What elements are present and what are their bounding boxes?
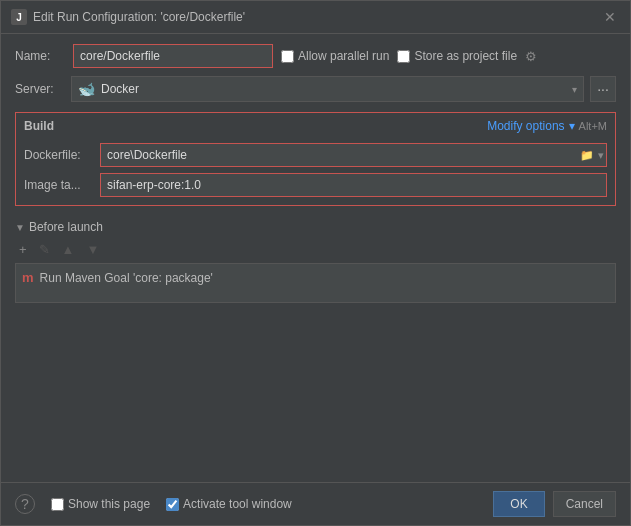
modify-options-shortcut: Alt+M: [579, 120, 607, 132]
help-button[interactable]: ?: [15, 494, 35, 514]
before-launch-label: Before launch: [29, 220, 103, 234]
modify-options-button[interactable]: Modify options ▾ Alt+M: [487, 119, 607, 133]
maven-task-label: Run Maven Goal 'core: package': [40, 271, 213, 285]
name-input[interactable]: [73, 44, 273, 68]
image-tag-label: Image ta...: [24, 178, 94, 192]
title-bar: J Edit Run Configuration: 'core/Dockerfi…: [1, 1, 630, 34]
server-dropdown-arrow: ▾: [572, 84, 577, 95]
image-tag-input[interactable]: [100, 173, 607, 197]
build-section: Build Modify options ▾ Alt+M Dockerfile:…: [15, 112, 616, 206]
cancel-button[interactable]: Cancel: [553, 491, 616, 517]
before-launch-header: ▼ Before launch: [15, 220, 616, 234]
activate-tool-checkbox[interactable]: [166, 498, 179, 511]
move-down-button[interactable]: ▼: [82, 240, 103, 259]
add-button[interactable]: +: [15, 240, 31, 259]
dockerfile-row: Dockerfile: 📁 ▾: [24, 143, 607, 167]
name-label: Name:: [15, 49, 65, 63]
server-select[interactable]: 🐋 Docker ▾: [71, 76, 584, 102]
list-item[interactable]: m Run Maven Goal 'core: package': [22, 268, 609, 287]
close-button[interactable]: ✕: [600, 7, 620, 27]
edit-button[interactable]: ✎: [35, 240, 54, 259]
before-launch-toolbar: + ✎ ▲ ▼: [15, 240, 616, 259]
server-more-button[interactable]: ···: [590, 76, 616, 102]
build-header: Build Modify options ▾ Alt+M: [24, 119, 607, 133]
dialog-content: Name: Allow parallel run Store as projec…: [1, 34, 630, 482]
collapse-icon[interactable]: ▼: [15, 222, 25, 233]
dockerfile-dropdown-arrow[interactable]: ▾: [597, 148, 605, 163]
docker-icon: 🐋: [78, 81, 95, 97]
name-row: Name: Allow parallel run Store as projec…: [15, 44, 616, 68]
allow-parallel-label[interactable]: Allow parallel run: [281, 49, 389, 63]
before-launch-section: ▼ Before launch + ✎ ▲ ▼ m Run Maven Goal…: [15, 220, 616, 303]
bottom-left: ? Show this page Activate tool window: [15, 494, 292, 514]
dockerfile-icons: 📁 ▾: [579, 148, 605, 163]
ok-button[interactable]: OK: [493, 491, 544, 517]
app-icon: J: [11, 9, 27, 25]
maven-icon: m: [22, 270, 34, 285]
dockerfile-input-wrapper: 📁 ▾: [100, 143, 607, 167]
dockerfile-input[interactable]: [100, 143, 607, 167]
server-name: Docker: [101, 82, 139, 96]
store-as-project-label[interactable]: Store as project file: [397, 49, 517, 63]
image-tag-row: Image ta...: [24, 173, 607, 197]
store-as-project-checkbox[interactable]: [397, 50, 410, 63]
show-page-label[interactable]: Show this page: [51, 497, 150, 511]
dialog-title: Edit Run Configuration: 'core/Dockerfile…: [33, 10, 245, 24]
show-page-checkbox[interactable]: [51, 498, 64, 511]
server-row: Server: 🐋 Docker ▾ ···: [15, 76, 616, 102]
launch-items-list: m Run Maven Goal 'core: package': [15, 263, 616, 303]
dockerfile-label: Dockerfile:: [24, 148, 94, 162]
folder-icon[interactable]: 📁: [579, 148, 595, 163]
server-label: Server:: [15, 82, 65, 96]
build-label: Build: [24, 119, 54, 133]
allow-parallel-checkbox[interactable]: [281, 50, 294, 63]
bottom-bar: ? Show this page Activate tool window OK…: [1, 482, 630, 525]
bottom-right: OK Cancel: [493, 491, 616, 517]
move-up-button[interactable]: ▲: [58, 240, 79, 259]
activate-tool-label[interactable]: Activate tool window: [166, 497, 292, 511]
image-tag-input-wrapper: [100, 173, 607, 197]
gear-icon[interactable]: ⚙: [525, 49, 537, 64]
